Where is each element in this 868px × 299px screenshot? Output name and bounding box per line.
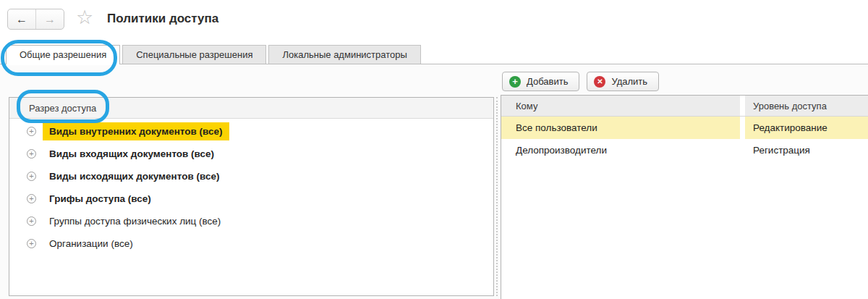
table-cell: Регистрация: [745, 139, 868, 161]
tree-item[interactable]: +Виды внутренних документов (все): [9, 120, 493, 143]
expand-icon[interactable]: +: [27, 194, 36, 203]
column-header[interactable]: Кому: [501, 96, 740, 116]
table-header-row: КомуУровень доступа: [501, 96, 868, 117]
page-title: Политики доступа: [107, 12, 218, 26]
left-panel-header: Разрез доступа: [9, 98, 493, 119]
panel-splitter[interactable]: [496, 97, 498, 296]
favorite-star-icon[interactable]: ☆: [76, 6, 93, 29]
table-toolbar: +Добавить✕Удалить: [502, 72, 666, 91]
tree-item[interactable]: +Виды входящих документов (все): [9, 143, 493, 165]
back-button[interactable]: ←: [8, 9, 36, 29]
table-row[interactable]: Все пользователиРедактирование: [501, 117, 868, 139]
expand-icon[interactable]: +: [27, 172, 36, 181]
expand-icon[interactable]: +: [27, 239, 36, 248]
table-cell: Делопроизводители: [501, 139, 740, 161]
column-header[interactable]: Уровень доступа: [745, 96, 868, 116]
column-divider: [740, 117, 745, 139]
tab-special-permissions[interactable]: Специальные разрешения: [122, 45, 266, 64]
expand-icon[interactable]: +: [27, 127, 36, 136]
column-divider: [740, 96, 745, 116]
tree-item-label: Группы доступа физических лиц (все): [43, 212, 227, 230]
button-label: Добавить: [527, 76, 568, 87]
tree-item-label: Организации (все): [43, 235, 140, 253]
tab-general-permissions[interactable]: Общие разрешения: [6, 45, 120, 64]
tree-item[interactable]: +Грифы доступа (все): [9, 188, 493, 210]
expand-icon[interactable]: +: [27, 149, 36, 159]
delete-button[interactable]: ✕Удалить: [587, 72, 659, 91]
tree-item[interactable]: +Виды исходящих документов (все): [9, 165, 493, 188]
column-divider: [740, 139, 745, 161]
forward-button[interactable]: →: [36, 9, 64, 29]
button-label: Удалить: [611, 76, 647, 87]
tree-item[interactable]: +Организации (все): [9, 232, 493, 255]
expand-icon[interactable]: +: [27, 216, 36, 226]
history-nav-group: ← →: [7, 9, 64, 30]
tree-item-label: Виды входящих документов (все): [43, 145, 221, 163]
add-button[interactable]: +Добавить: [502, 72, 579, 91]
table-cell: Все пользователи: [501, 117, 740, 139]
permissions-table: КомуУровень доступа Все пользователиРеда…: [501, 95, 868, 299]
table-body: Все пользователиРедактированиеДелопроизв…: [501, 117, 868, 161]
add-icon: +: [509, 76, 521, 88]
access-policies-window: ← → ☆ Политики доступа Общие разрешенияС…: [0, 0, 868, 299]
tree-item-label: Виды исходящих документов (все): [43, 167, 226, 185]
access-section-panel: Разрез доступа +Виды внутренних документ…: [9, 97, 494, 296]
access-section-tree: +Виды внутренних документов (все)+Виды в…: [9, 119, 493, 255]
tab-local-administrators[interactable]: Локальные администраторы: [268, 45, 420, 64]
tab-strip: Общие разрешенияСпециальные разрешенияЛо…: [0, 45, 868, 64]
tree-item-label: Виды внутренних документов (все): [43, 122, 229, 140]
table-cell: Редактирование: [745, 117, 868, 139]
table-row[interactable]: ДелопроизводителиРегистрация: [501, 139, 868, 161]
tree-item[interactable]: +Группы доступа физических лиц (все): [9, 210, 493, 232]
delete-icon: ✕: [594, 76, 605, 88]
tree-item-label: Грифы доступа (все): [43, 190, 158, 208]
